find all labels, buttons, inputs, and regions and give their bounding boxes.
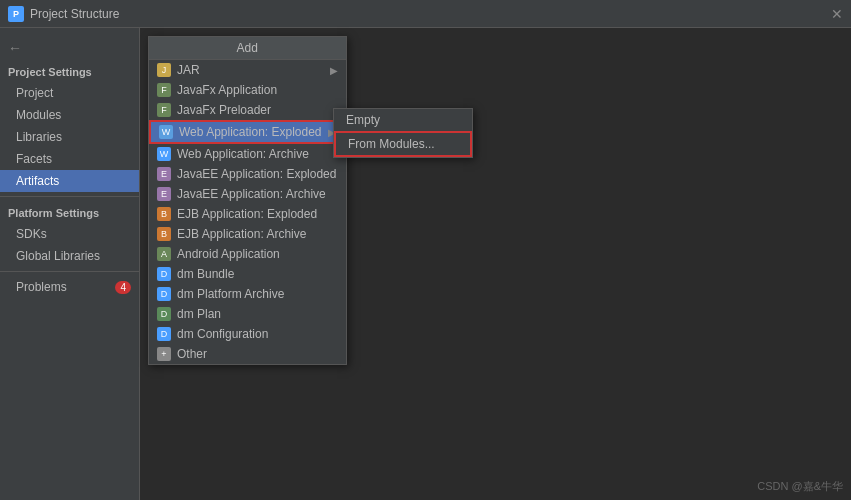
project-settings-section: Project Settings xyxy=(0,60,139,82)
ejb-exploded-icon: B xyxy=(157,207,171,221)
menu-item-other[interactable]: + Other xyxy=(149,344,346,364)
menu-item-javafx-preloader[interactable]: F JavaFx Preloader xyxy=(149,100,346,120)
javaee-archive-icon: E xyxy=(157,187,171,201)
sidebar-item-project[interactable]: Project xyxy=(0,82,139,104)
sidebar-item-global-libraries[interactable]: Global Libraries xyxy=(0,245,139,267)
javafx-preloader-icon: F xyxy=(157,103,171,117)
sidebar-item-problems[interactable]: Problems 4 xyxy=(0,276,139,298)
dropdown-container: Add J JAR ▶ F JavaFx Application F JavaF… xyxy=(148,36,347,365)
submenu-item-empty[interactable]: Empty xyxy=(334,109,472,131)
menu-item-ejb-archive[interactable]: B EJB Application: Archive xyxy=(149,224,346,244)
watermark: CSDN @嘉&牛华 xyxy=(757,479,843,494)
dm-config-icon: D xyxy=(157,327,171,341)
android-icon: A xyxy=(157,247,171,261)
window-title: Project Structure xyxy=(30,7,119,21)
javafx-icon: F xyxy=(157,83,171,97)
web-exploded-icon: W xyxy=(159,125,173,139)
sidebar-item-artifacts[interactable]: Artifacts xyxy=(0,170,139,192)
dm-platform-icon: D xyxy=(157,287,171,301)
ejb-archive-icon: B xyxy=(157,227,171,241)
menu-item-web-exploded[interactable]: W Web Application: Exploded ▶ xyxy=(149,120,346,144)
menu-item-ejb-exploded[interactable]: B EJB Application: Exploded xyxy=(149,204,346,224)
other-icon: + xyxy=(157,347,171,361)
dm-plan-icon: D xyxy=(157,307,171,321)
javaee-exploded-icon: E xyxy=(157,167,171,181)
sidebar-item-modules[interactable]: Modules xyxy=(0,104,139,126)
main-layout: ← Project Settings Project Modules Libra… xyxy=(0,28,851,500)
add-menu-header: Add xyxy=(149,37,346,60)
menu-item-web-archive[interactable]: W Web Application: Archive xyxy=(149,144,346,164)
submenu-web-exploded: Empty From Modules... xyxy=(333,108,473,158)
menu-item-android[interactable]: A Android Application xyxy=(149,244,346,264)
menu-item-jar[interactable]: J JAR ▶ xyxy=(149,60,346,80)
sidebar-divider-2 xyxy=(0,271,139,272)
sidebar-item-facets[interactable]: Facets xyxy=(0,148,139,170)
sidebar-item-sdks[interactable]: SDKs xyxy=(0,223,139,245)
app-icon: P xyxy=(8,6,24,22)
jar-icon: J xyxy=(157,63,171,77)
sidebar-nav: ← xyxy=(0,36,139,60)
dm-bundle-icon: D xyxy=(157,267,171,281)
menu-item-dm-bundle[interactable]: D dm Bundle xyxy=(149,264,346,284)
web-archive-icon: W xyxy=(157,147,171,161)
problems-badge: 4 xyxy=(115,281,131,294)
menu-item-dm-plan[interactable]: D dm Plan xyxy=(149,304,346,324)
title-bar: P Project Structure ✕ xyxy=(0,0,851,28)
content-area: Add J JAR ▶ F JavaFx Application F JavaF… xyxy=(140,28,851,500)
close-button[interactable]: ✕ xyxy=(831,6,843,22)
sidebar-item-libraries[interactable]: Libraries xyxy=(0,126,139,148)
add-menu: Add J JAR ▶ F JavaFx Application F JavaF… xyxy=(148,36,347,365)
menu-item-dm-platform[interactable]: D dm Platform Archive xyxy=(149,284,346,304)
submenu-item-from-modules[interactable]: From Modules... xyxy=(334,131,472,157)
sidebar: ← Project Settings Project Modules Libra… xyxy=(0,28,140,500)
arrow-icon: ▶ xyxy=(330,65,338,76)
sidebar-divider xyxy=(0,196,139,197)
menu-item-dm-config[interactable]: D dm Configuration xyxy=(149,324,346,344)
back-arrow[interactable]: ← xyxy=(8,40,22,56)
platform-settings-section: Platform Settings xyxy=(0,201,139,223)
menu-item-javaee-archive[interactable]: E JavaEE Application: Archive xyxy=(149,184,346,204)
menu-item-javaee-exploded[interactable]: E JavaEE Application: Exploded xyxy=(149,164,346,184)
menu-item-javafx-app[interactable]: F JavaFx Application xyxy=(149,80,346,100)
